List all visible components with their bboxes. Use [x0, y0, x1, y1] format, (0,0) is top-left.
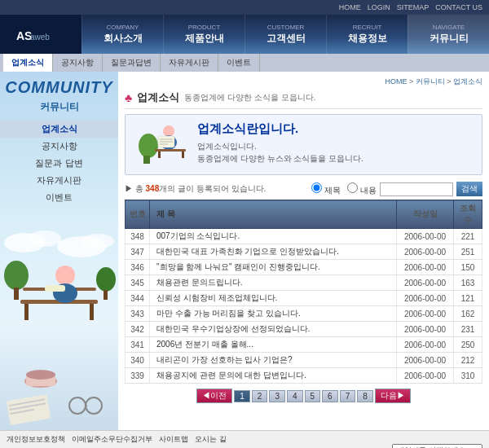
sidebar-sub-label: 커뮤니티: [0, 100, 118, 114]
search-input[interactable]: [380, 182, 453, 196]
cell-title[interactable]: 채용관련 문의드립니다.: [150, 275, 397, 291]
cell-views: 310: [454, 368, 482, 384]
next-page-button[interactable]: 다음▶: [375, 389, 411, 403]
col-header-title: 제 목: [150, 200, 397, 229]
page-1-button[interactable]: 1: [234, 390, 250, 402]
sidebar-item-industry[interactable]: 업계소식: [0, 121, 118, 138]
cell-views: 162: [454, 306, 482, 322]
table-row[interactable]: 345 채용관련 문의드립니다. 2006-00-00 163: [126, 275, 482, 291]
tab-notice[interactable]: 공지사항: [53, 54, 103, 72]
tab-events[interactable]: 이벤트: [218, 54, 260, 72]
pagination: ◀이전 1 2 3 4 5 6 7 8 다음▶: [125, 389, 482, 403]
table-row[interactable]: 341 2006년 전분기 매출 올해... 2006-00-00 250: [126, 337, 482, 353]
page-8-button[interactable]: 8: [357, 390, 373, 402]
page-7-button[interactable]: 7: [340, 390, 356, 402]
cell-date: 2006-00-00: [397, 229, 454, 244]
menu-company[interactable]: COMPANY 회사소개: [82, 15, 163, 54]
cell-num: 347: [126, 244, 150, 260]
radio-title-label[interactable]: 제목: [311, 182, 341, 196]
tab-free-board[interactable]: 자유게시판: [161, 54, 218, 72]
prev-page-button[interactable]: ◀이전: [196, 389, 232, 403]
count-info: ▶ 총 348개의 글이 등록되어 있습니다.: [125, 183, 308, 195]
table-row[interactable]: 342 대한민국 우수기업상장에 선정되었습니다. 2006-00-00 231: [126, 322, 482, 337]
cell-views: 251: [454, 244, 482, 260]
radio-title[interactable]: [311, 182, 322, 193]
search-bar: ▶ 총 348개의 글이 등록되어 있습니다. 제목 내용 검색: [125, 182, 482, 196]
page-4-button[interactable]: 4: [287, 390, 303, 402]
cell-views: 121: [454, 291, 482, 306]
cell-date: 2006-00-00: [397, 291, 454, 306]
cell-title[interactable]: 채용공지에 관련 문의에 대한 답변입니다.: [150, 368, 397, 384]
cell-num: 342: [126, 322, 150, 337]
cell-date: 2006-00-00: [397, 306, 454, 322]
table-row[interactable]: 347 대한민국 대표 가족친화 기업으로 인정받았습니다. 2006-00-0…: [126, 244, 482, 260]
cell-title[interactable]: "희망을 함께 나눠요" 캠패인이 진행중입니다.: [150, 260, 397, 275]
svg-point-27: [139, 134, 158, 158]
radio-group: 제목 내용: [311, 182, 377, 196]
table-row[interactable]: 343 마만 수출 가능 머리짐을 찾고 있습니다. 2006-00-00 16…: [126, 306, 482, 322]
family-site-select[interactable]: 계열사를 선택하세요.: [392, 444, 482, 449]
cell-num: 341: [126, 337, 150, 353]
sidebar-item-free[interactable]: 자유게시판: [0, 172, 118, 189]
svg-rect-7: [24, 304, 29, 320]
table-row[interactable]: 340 내리곤이 가장 선호하는 입사 기업은? 2006-00-00 212: [126, 353, 482, 368]
cell-title[interactable]: 대한민국 우수기업상장에 선정되었습니다.: [150, 322, 397, 337]
top-nav-contact[interactable]: CONTACT US: [435, 3, 482, 11]
page-6-button[interactable]: 6: [322, 390, 338, 402]
top-nav-login[interactable]: LOGIN: [368, 3, 390, 11]
svg-rect-37: [182, 152, 184, 158]
menu-community[interactable]: NAVIGATE 커뮤니티: [408, 15, 489, 54]
main-header: AS aweb COMPANY 회사소개 PRODUCT 제품안내 CUSTOM…: [0, 15, 489, 54]
page-title: 업계소식: [137, 90, 179, 105]
footer-sitemap[interactable]: 사이트맵: [159, 434, 188, 445]
table-row[interactable]: 346 "희망을 함께 나눠요" 캠패인이 진행중입니다. 2006-00-00…: [126, 260, 482, 275]
cell-title[interactable]: 2006년 전분기 매출 올해...: [150, 337, 397, 353]
table-row[interactable]: 344 신뢰성 시험장비 제조업체입니다. 2006-00-00 121: [126, 291, 482, 306]
tab-industry-news[interactable]: 업계소식: [3, 54, 53, 72]
breadcrumb-community[interactable]: 커뮤니티: [416, 77, 445, 86]
menu-recruit[interactable]: RECRUIT 채용정보: [326, 15, 408, 54]
cell-date: 2006-00-00: [397, 322, 454, 337]
main-content: HOME > 커뮤니티 > 업계소식 ♣ 업계소식 동종업계에 다양한 소식을 …: [118, 72, 489, 430]
radio-content-label[interactable]: 내용: [347, 182, 377, 196]
svg-rect-35: [155, 149, 186, 152]
page-3-button[interactable]: 3: [269, 390, 285, 402]
search-button[interactable]: 검색: [456, 182, 482, 196]
sidebar-menu: 업계소식 공지사항 질문과 답변 자유게시판 이벤트: [0, 121, 118, 206]
sidebar-item-event[interactable]: 이벤트: [0, 189, 118, 206]
top-nav-home[interactable]: HOME: [339, 3, 361, 11]
radio-content[interactable]: [347, 182, 358, 193]
svg-rect-36: [158, 152, 161, 158]
cell-date: 2006-00-00: [397, 260, 454, 275]
table-row[interactable]: 339 채용공지에 관련 문의에 대한 답변입니다. 2006-00-00 31…: [126, 368, 482, 384]
sidebar-item-qna[interactable]: 질문과 답변: [0, 155, 118, 172]
page-5-button[interactable]: 5: [305, 390, 321, 402]
table-row[interactable]: 348 007기업의 소식입니다. 2006-00-00 221: [126, 229, 482, 244]
cell-title[interactable]: 내리곤이 가장 선호하는 입사 기업은?: [150, 353, 397, 368]
page-2-button[interactable]: 2: [252, 390, 268, 402]
page-header: ♣ 업계소식 동종업계에 다양한 소식을 모읍니다.: [125, 90, 482, 109]
feature-illustration: [132, 121, 189, 168]
svg-text:aweb: aweb: [30, 33, 50, 42]
cell-title[interactable]: 007기업의 소식입니다.: [150, 229, 397, 244]
post-count: 348: [146, 184, 160, 193]
tab-qna[interactable]: 질문과답변: [103, 54, 161, 72]
sidebar-item-notice[interactable]: 공지사항: [0, 138, 118, 155]
cell-title[interactable]: 마만 수출 가능 머리짐을 찾고 있습니다.: [150, 306, 397, 322]
cell-title[interactable]: 신뢰성 시험장비 제조업체입니다.: [150, 291, 397, 306]
cell-date: 2006-00-00: [397, 337, 454, 353]
cell-views: 212: [454, 353, 482, 368]
feature-desc2: 동종업계에 다양한 뉴스와 소식들을 모읍니다.: [197, 152, 475, 165]
footer-noemail[interactable]: 이메일주소무단수집거부: [72, 434, 152, 445]
cell-title[interactable]: 대한민국 대표 가족친화 기업으로 인정받았습니다.: [150, 244, 397, 260]
svg-rect-28: [143, 156, 150, 164]
cell-num: 345: [126, 275, 150, 291]
menu-customer[interactable]: CUSTOMER 고객센터: [244, 15, 326, 54]
menu-product[interactable]: PRODUCT 제품안내: [163, 15, 244, 54]
breadcrumb-home[interactable]: HOME: [385, 77, 407, 86]
svg-point-13: [4, 261, 29, 290]
footer-privacy[interactable]: 개인정보보호정책: [7, 434, 65, 445]
footer-directions[interactable]: 오시는 길: [195, 434, 227, 445]
top-nav-sitemap[interactable]: SITEMAP: [397, 3, 430, 11]
feature-desc1: 업계소식입니다.: [197, 140, 475, 152]
